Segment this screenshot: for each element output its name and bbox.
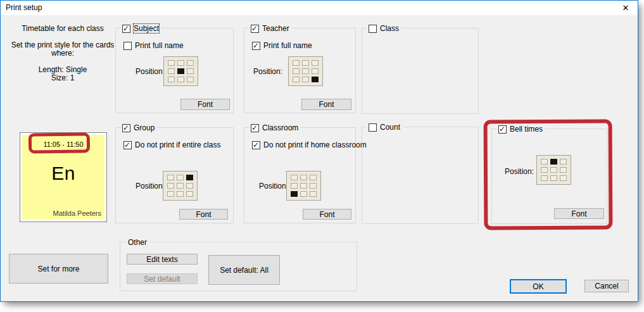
position-cell-7[interactable]: [300, 191, 307, 197]
teacher-font-button[interactable]: Font: [301, 99, 351, 110]
position-cell-0[interactable]: [167, 175, 174, 180]
cancel-button[interactable]: Cancel: [584, 280, 629, 292]
position-cell-2[interactable]: [312, 60, 319, 66]
teacher-checkbox[interactable]: [251, 25, 259, 33]
window-title: Print setup: [6, 3, 42, 12]
classroom-home-checkbox[interactable]: [252, 141, 260, 149]
position-cell-0[interactable]: [541, 159, 548, 165]
bell-position-grid[interactable]: [536, 155, 571, 185]
group-checkbox[interactable]: [122, 124, 130, 132]
set-for-more-button[interactable]: Set for more: [9, 254, 108, 284]
position-cell-1[interactable]: [177, 60, 184, 66]
ok-button[interactable]: OK: [510, 279, 567, 294]
info-line-3: where:: [6, 49, 120, 58]
edit-texts-button[interactable]: Edit texts: [127, 254, 198, 265]
count-label: Count: [380, 123, 400, 132]
position-cell-3[interactable]: [541, 167, 548, 173]
position-cell-4[interactable]: [302, 68, 309, 74]
position-cell-3[interactable]: [293, 68, 300, 74]
other-caption: Other: [125, 237, 149, 247]
position-cell-7[interactable]: [302, 77, 309, 82]
set-default-button: Set default: [127, 273, 198, 284]
position-cell-3[interactable]: [167, 183, 174, 189]
position-cell-1[interactable]: [550, 159, 557, 165]
position-cell-8[interactable]: [312, 77, 319, 82]
close-button[interactable]: ✕: [616, 1, 635, 15]
bell-times-checkbox[interactable]: [498, 125, 507, 134]
classroom-checkbox[interactable]: [251, 124, 259, 132]
group-position-grid[interactable]: [163, 171, 198, 201]
position-cell-0[interactable]: [293, 60, 300, 66]
position-cell-7[interactable]: [177, 77, 184, 82]
position-cell-8[interactable]: [187, 77, 194, 82]
position-cell-5[interactable]: [310, 183, 317, 189]
group-position-label: Position:: [136, 182, 165, 190]
bell-font-button[interactable]: Font: [554, 208, 604, 219]
count-checkbox[interactable]: [369, 123, 377, 132]
position-cell-4[interactable]: [177, 68, 184, 74]
card-subject-text: En: [22, 163, 104, 184]
bell-times-caption: Bell times: [497, 124, 545, 134]
group-label: Group: [134, 123, 155, 132]
position-cell-1[interactable]: [300, 175, 307, 180]
info-line-size: Size: 1: [6, 73, 120, 82]
classroom-font-button[interactable]: Font: [303, 209, 351, 220]
card-preview: 11:05 - 11:50 En Matilda Peeters: [22, 135, 104, 220]
position-cell-3[interactable]: [291, 183, 298, 189]
classroom-position-grid[interactable]: [286, 171, 321, 201]
subject-checkbox[interactable]: [122, 25, 130, 33]
subject-position-grid[interactable]: [163, 56, 198, 86]
position-cell-6[interactable]: [293, 77, 300, 82]
bell-times-label: Bell times: [510, 125, 543, 134]
info-line-length: Length: Single: [6, 65, 120, 74]
group-count: Count: [362, 127, 479, 224]
group-entire-class-label: Do not print if entire class: [135, 140, 220, 149]
other-label: Other: [128, 238, 147, 247]
position-cell-7[interactable]: [177, 191, 184, 197]
position-cell-4[interactable]: [177, 183, 184, 189]
position-cell-2[interactable]: [187, 60, 194, 66]
position-cell-4[interactable]: [300, 183, 307, 189]
subject-font-button[interactable]: Font: [180, 99, 230, 110]
position-cell-5[interactable]: [312, 68, 319, 74]
class-caption: Class: [367, 23, 401, 34]
group-font-button[interactable]: Font: [179, 209, 228, 220]
position-cell-5[interactable]: [187, 68, 194, 74]
position-cell-6[interactable]: [168, 77, 175, 82]
teacher-position-grid[interactable]: [288, 56, 323, 86]
position-cell-7[interactable]: [550, 175, 557, 181]
position-cell-6[interactable]: [167, 191, 174, 197]
class-checkbox[interactable]: [369, 25, 377, 33]
teacher-print-full-name-checkbox[interactable]: [252, 42, 260, 50]
count-caption: Count: [367, 122, 403, 132]
position-cell-4[interactable]: [550, 167, 557, 173]
position-cell-6[interactable]: [291, 191, 298, 197]
position-cell-2[interactable]: [186, 175, 193, 180]
position-cell-0[interactable]: [291, 175, 298, 180]
group-option-row: Do not print if entire class: [123, 140, 220, 150]
position-cell-3[interactable]: [168, 68, 175, 74]
position-cell-2[interactable]: [560, 159, 567, 165]
position-cell-0[interactable]: [168, 60, 175, 66]
subject-print-full-name-checkbox[interactable]: [123, 42, 132, 50]
position-cell-1[interactable]: [177, 175, 184, 180]
position-cell-8[interactable]: [560, 175, 567, 181]
info-line-1: Timetable for each class: [6, 24, 120, 33]
position-cell-2[interactable]: [310, 175, 317, 180]
position-cell-8[interactable]: [310, 191, 317, 197]
position-cell-8[interactable]: [186, 191, 193, 197]
position-cell-6[interactable]: [541, 175, 548, 181]
group-other: Other Edit texts Set default Set default…: [120, 242, 357, 291]
card-bell-time: 11:05 - 11:50: [22, 140, 104, 148]
teacher-caption: Teacher: [249, 23, 292, 34]
position-cell-1[interactable]: [302, 60, 309, 66]
position-cell-5[interactable]: [186, 183, 193, 189]
position-cell-5[interactable]: [560, 167, 567, 173]
classroom-home-label: Do not print if home classroom: [263, 140, 367, 149]
group-teacher: Teacher Print full name Position: Font: [244, 28, 356, 113]
card-teacher-name: Matilda Peeters: [53, 209, 101, 217]
group-entire-class-checkbox[interactable]: [123, 141, 132, 149]
class-label: Class: [380, 24, 399, 33]
set-default-all-button[interactable]: Set default: All: [208, 255, 280, 285]
subject-label: Subject: [134, 24, 159, 33]
